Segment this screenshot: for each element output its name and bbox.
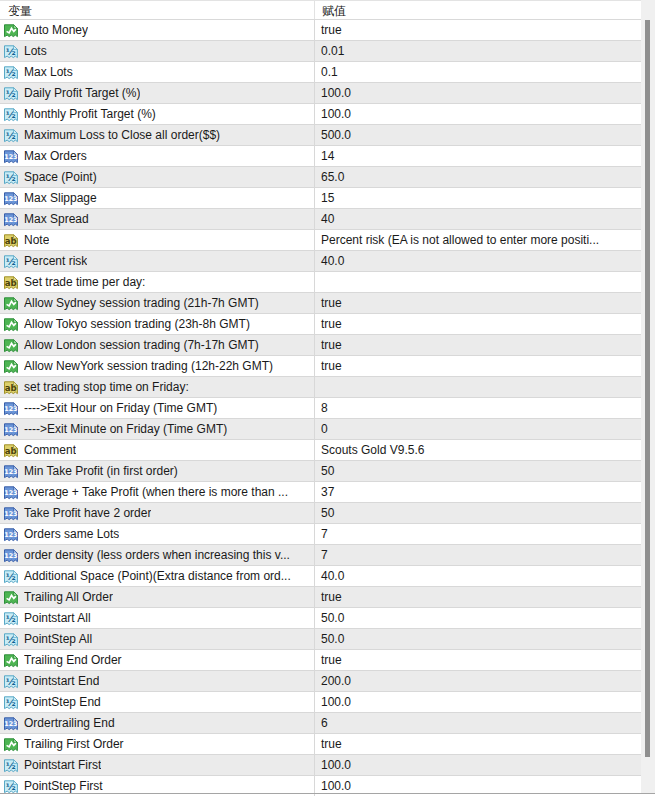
param-row[interactable]: 123Ordertrailing End6 (0, 713, 641, 734)
string-ab-icon: ab (3, 275, 19, 290)
param-value[interactable]: 6 (315, 713, 641, 733)
param-row[interactable]: ½Max Lots0.1 (0, 62, 641, 83)
param-row[interactable]: ½Maximum Loss to Close all order($$)500.… (0, 125, 641, 146)
boolean-chart-icon (3, 23, 19, 38)
param-label: Ordertrailing End (24, 716, 115, 730)
param-value[interactable]: 50.0 (315, 629, 641, 649)
param-value[interactable]: true (315, 314, 641, 334)
param-value[interactable]: Scouts Gold V9.5.6 (315, 440, 641, 460)
param-row[interactable]: 123order density (less orders when incre… (0, 545, 641, 566)
integer-123-icon: 123 (3, 548, 19, 563)
param-name-cell: ½Max Lots (0, 62, 315, 82)
integer-123-icon: 123 (3, 464, 19, 479)
param-value[interactable]: 100.0 (315, 104, 641, 124)
param-row[interactable]: 123---->Exit Minute on Friday (Time GMT)… (0, 419, 641, 440)
param-row[interactable]: 123Average + Take Profit (when there is … (0, 482, 641, 503)
param-row[interactable]: ½PointStep End100.0 (0, 692, 641, 713)
param-row[interactable]: ½Pointstart End200.0 (0, 671, 641, 692)
param-row[interactable]: Trailing End Ordertrue (0, 650, 641, 671)
vertical-scrollbar[interactable] (641, 0, 655, 793)
param-value[interactable]: 50 (315, 461, 641, 481)
param-row[interactable]: abSet trade time per day: (0, 272, 641, 293)
boolean-chart-icon (3, 296, 19, 311)
param-row[interactable]: ½PointStep All50.0 (0, 629, 641, 650)
param-value[interactable]: 100.0 (315, 83, 641, 103)
param-value[interactable]: 37 (315, 482, 641, 502)
param-row[interactable]: 123Max Slippage15 (0, 188, 641, 209)
param-row[interactable]: ½Space (Point)65.0 (0, 167, 641, 188)
param-value[interactable]: 40.0 (315, 251, 641, 271)
param-value[interactable]: 500.0 (315, 125, 641, 145)
scrollbar-thumb[interactable] (645, 20, 650, 757)
svg-text:ab: ab (5, 445, 17, 455)
param-value[interactable]: true (315, 20, 641, 40)
param-value[interactable]: 100.0 (315, 692, 641, 712)
svg-text:123: 123 (4, 195, 17, 203)
param-value[interactable]: 0.01 (315, 41, 641, 61)
param-row[interactable]: abNotePercent risk (EA is not allowed to… (0, 230, 641, 251)
svg-text:½: ½ (6, 129, 16, 140)
param-row[interactable]: ½Lots0.01 (0, 41, 641, 62)
param-row[interactable]: Trailing First Ordertrue (0, 734, 641, 755)
param-name-cell: abComment (0, 440, 315, 460)
param-row[interactable]: ½Pointstart First100.0 (0, 755, 641, 776)
param-value[interactable] (315, 272, 641, 292)
param-value[interactable]: 65.0 (315, 167, 641, 187)
param-row[interactable]: ½Additional Space (Point)(Extra distance… (0, 566, 641, 587)
param-name-cell: 123Ordertrailing End (0, 713, 315, 733)
param-name-cell: ½Pointstart All (0, 608, 315, 628)
param-value[interactable]: 0.1 (315, 62, 641, 82)
param-value[interactable]: true (315, 293, 641, 313)
double-fraction-icon: ½ (3, 674, 19, 689)
param-row[interactable]: 123Max Orders14 (0, 146, 641, 167)
param-row[interactable]: abset trading stop time on Friday: (0, 377, 641, 398)
param-label: Auto Money (24, 23, 88, 37)
param-value[interactable]: true (315, 734, 641, 754)
param-value[interactable]: 200.0 (315, 671, 641, 691)
param-value[interactable]: 40 (315, 209, 641, 229)
param-label: PointStep First (24, 779, 103, 793)
boolean-chart-icon (3, 317, 19, 332)
param-value[interactable]: 7 (315, 524, 641, 544)
param-value[interactable]: 50.0 (315, 608, 641, 628)
svg-text:½: ½ (6, 759, 16, 770)
param-row[interactable]: ½Pointstart All50.0 (0, 608, 641, 629)
param-row[interactable]: 123Orders same Lots7 (0, 524, 641, 545)
double-fraction-icon: ½ (3, 632, 19, 647)
param-value[interactable]: 8 (315, 398, 641, 418)
param-name-cell: 123Average + Take Profit (when there is … (0, 482, 315, 502)
param-row[interactable]: ½Daily Profit Target (%)100.0 (0, 83, 641, 104)
param-row[interactable]: Allow London session trading (7h-17h GMT… (0, 335, 641, 356)
param-row[interactable]: ½Monthly Profit Target (%)100.0 (0, 104, 641, 125)
param-value[interactable]: 100.0 (315, 755, 641, 775)
param-value[interactable]: 14 (315, 146, 641, 166)
param-row[interactable]: abCommentScouts Gold V9.5.6 (0, 440, 641, 461)
param-value[interactable]: 50 (315, 503, 641, 523)
boolean-chart-icon (3, 590, 19, 605)
param-label: Max Slippage (24, 191, 97, 205)
param-value[interactable]: true (315, 587, 641, 607)
param-row[interactable]: 123Min Take Profit (in first order)50 (0, 461, 641, 482)
param-value[interactable]: true (315, 335, 641, 355)
param-value[interactable]: true (315, 650, 641, 670)
param-row[interactable]: 123Take Profit have 2 order50 (0, 503, 641, 524)
param-row[interactable]: Allow Sydney session trading (21h-7h GMT… (0, 293, 641, 314)
param-value[interactable]: 15 (315, 188, 641, 208)
param-value[interactable]: 7 (315, 545, 641, 565)
param-value[interactable]: 40.0 (315, 566, 641, 586)
param-row[interactable]: ½Percent risk40.0 (0, 251, 641, 272)
param-value[interactable]: 0 (315, 419, 641, 439)
param-row[interactable]: 123Max Spread40 (0, 209, 641, 230)
param-value[interactable]: true (315, 356, 641, 376)
param-row[interactable]: Allow NewYork session trading (12h-22h G… (0, 356, 641, 377)
param-row[interactable]: Trailing All Ordertrue (0, 587, 641, 608)
param-row[interactable]: 123---->Exit Hour on Friday (Time GMT)8 (0, 398, 641, 419)
param-row[interactable]: Auto Moneytrue (0, 20, 641, 41)
param-name-cell: Allow NewYork session trading (12h-22h G… (0, 356, 315, 376)
param-label: ---->Exit Hour on Friday (Time GMT) (24, 401, 217, 415)
integer-123-icon: 123 (3, 506, 19, 521)
param-row[interactable]: Allow Tokyo session trading (23h-8h GMT)… (0, 314, 641, 335)
param-value[interactable]: Percent risk (EA is not allowed to enter… (315, 230, 641, 250)
param-name-cell: 123order density (less orders when incre… (0, 545, 315, 565)
param-value[interactable] (315, 377, 641, 397)
